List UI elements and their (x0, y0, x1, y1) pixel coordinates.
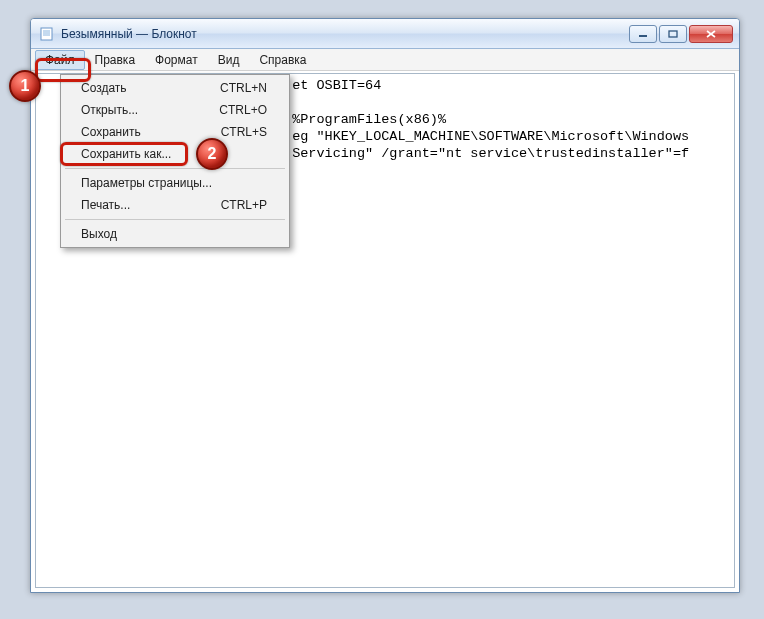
menu-help[interactable]: Справка (249, 50, 316, 70)
file-save-shortcut: CTRL+S (221, 125, 267, 139)
window-controls (629, 25, 733, 43)
menu-edit[interactable]: Правка (85, 50, 146, 70)
file-open[interactable]: Открыть... CTRL+O (63, 99, 287, 121)
svg-rect-0 (41, 28, 52, 40)
file-print-label: Печать... (81, 198, 130, 212)
file-page-setup[interactable]: Параметры страницы... (63, 172, 287, 194)
titlebar[interactable]: Безымянный — Блокнот (31, 19, 739, 49)
file-open-label: Открыть... (81, 103, 138, 117)
notepad-icon (39, 26, 55, 42)
file-exit-label: Выход (81, 227, 117, 241)
menubar: Файл Правка Формат Вид Справка (31, 49, 739, 71)
annotation-step-2: 2 (196, 138, 228, 170)
svg-rect-5 (669, 31, 677, 37)
file-print[interactable]: Печать... CTRL+P (63, 194, 287, 216)
file-save-label: Сохранить (81, 125, 141, 139)
maximize-button[interactable] (659, 25, 687, 43)
file-print-shortcut: CTRL+P (221, 198, 267, 212)
annotation-step-1: 1 (9, 70, 41, 102)
file-save-as-label: Сохранить как... (81, 147, 171, 161)
separator (65, 168, 285, 169)
close-button[interactable] (689, 25, 733, 43)
file-dropdown: Создать CTRL+N Открыть... CTRL+O Сохрани… (60, 74, 290, 248)
file-new[interactable]: Создать CTRL+N (63, 77, 287, 99)
menu-format[interactable]: Формат (145, 50, 208, 70)
menu-view[interactable]: Вид (208, 50, 250, 70)
file-exit[interactable]: Выход (63, 223, 287, 245)
window-title: Безымянный — Блокнот (61, 27, 197, 41)
file-page-setup-label: Параметры страницы... (81, 176, 212, 190)
separator (65, 219, 285, 220)
file-new-shortcut: CTRL+N (220, 81, 267, 95)
file-save-as[interactable]: Сохранить как... (63, 143, 287, 165)
file-save[interactable]: Сохранить CTRL+S (63, 121, 287, 143)
file-open-shortcut: CTRL+O (219, 103, 267, 117)
menu-file[interactable]: Файл (35, 50, 85, 70)
minimize-button[interactable] (629, 25, 657, 43)
file-new-label: Создать (81, 81, 127, 95)
